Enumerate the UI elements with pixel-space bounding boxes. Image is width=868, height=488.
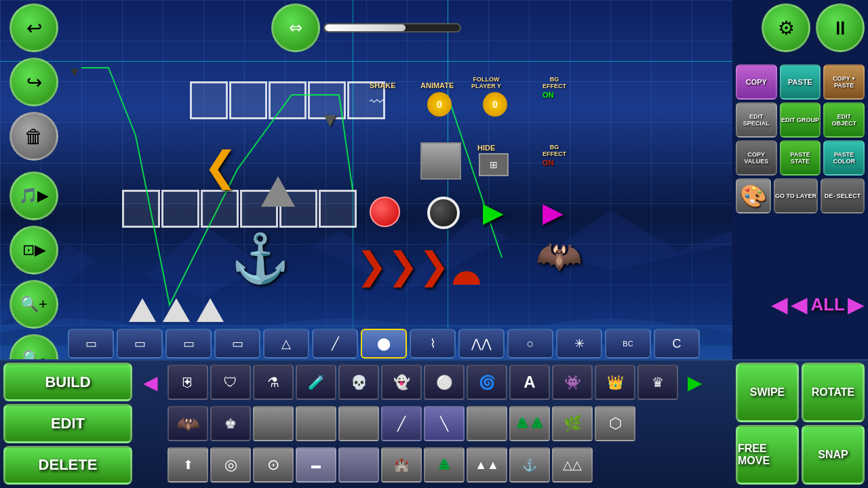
- obj-bar2[interactable]: [338, 447, 379, 483]
- obj-bar1[interactable]: ▬: [296, 447, 336, 483]
- shake-label: SHAKE: [370, 81, 396, 89]
- obj-gray4[interactable]: [467, 406, 507, 441]
- edit-group-button[interactable]: EDIT GROUP: [780, 102, 821, 138]
- obj-skull[interactable]: 💀: [338, 365, 379, 400]
- obj-plant[interactable]: 🌿: [552, 406, 593, 441]
- filter-tab-wave[interactable]: ⌇: [410, 329, 456, 359]
- copy-values-button[interactable]: COPY VALUES: [736, 140, 777, 176]
- copy-paste-button[interactable]: COPY + PASTE: [823, 64, 865, 100]
- obj-spike2[interactable]: ▲▲: [467, 447, 507, 483]
- obj-ghost[interactable]: 👻: [381, 365, 422, 400]
- obj-swirl[interactable]: 🌀: [467, 365, 507, 400]
- snap-button[interactable]: SNAP: [802, 425, 865, 485]
- spike-1: [129, 298, 156, 322]
- rotate-button[interactable]: ROTATE: [802, 363, 865, 422]
- filter-tab-star[interactable]: ✳: [556, 329, 602, 359]
- music-icon: 🎵▶: [19, 187, 49, 205]
- music-button[interactable]: 🎵▶: [9, 171, 58, 220]
- down-arrow-top2: ▼: [68, 64, 81, 80]
- edit-object-button[interactable]: EDIT OBJECT: [823, 102, 865, 138]
- filter-tab-circle[interactable]: ⬤: [361, 329, 407, 359]
- filter-tab-rect4[interactable]: ▭: [214, 329, 260, 359]
- settings-button[interactable]: ⚙: [762, 3, 810, 52]
- bg-effect-label: BGEFFECT: [542, 76, 566, 89]
- flip-button[interactable]: ⇔: [271, 3, 320, 52]
- obj-bat[interactable]: 🦇: [167, 406, 208, 441]
- layer-right-arrow[interactable]: ▶: [848, 291, 865, 317]
- swipe-button[interactable]: SWIPE: [736, 363, 799, 422]
- grid-next-arrow[interactable]: ▶: [680, 365, 710, 400]
- filter-tab-rect1[interactable]: ▭: [68, 329, 114, 359]
- delete-button[interactable]: 🗑: [9, 112, 58, 161]
- paste-color-button[interactable]: PASTE COLOR: [823, 140, 865, 176]
- layer-left-arrow[interactable]: ◀: [771, 291, 788, 317]
- obj-castle1[interactable]: 🏰: [381, 447, 422, 483]
- obj-anchor[interactable]: ⚓: [509, 447, 550, 483]
- obj-crown2[interactable]: ♛: [637, 365, 678, 400]
- obj-flask1[interactable]: ⚗: [253, 365, 294, 400]
- obj-tri2[interactable]: △△: [552, 447, 593, 483]
- dark-orb: [427, 197, 460, 229]
- obj-circle[interactable]: ⚪: [424, 365, 465, 400]
- edit-button[interactable]: EDIT: [3, 404, 132, 443]
- pause-button[interactable]: ⏸: [816, 3, 865, 52]
- obj-monster1[interactable]: 👾: [552, 365, 593, 400]
- obj-gray3[interactable]: [338, 406, 379, 441]
- obj-gray1[interactable]: [253, 406, 294, 441]
- obj-trees[interactable]: 🌲🌲: [509, 406, 550, 441]
- bottom-toolbar: ▭ ▭ ▭ ▭ △ ╱ ⬤ ⌇ ⋀⋀ ○ ✳ BC C BUILD EDIT D…: [0, 359, 868, 488]
- obj-tree1[interactable]: 🌲: [424, 447, 465, 483]
- build-button[interactable]: BUILD: [3, 363, 132, 401]
- filter-tab-circle2[interactable]: ○: [507, 329, 553, 359]
- redo-button[interactable]: ↪: [9, 58, 58, 106]
- obj-diagonal1[interactable]: ╱: [381, 406, 422, 441]
- paste-button[interactable]: PASTE: [780, 64, 821, 100]
- obj-diagonal2[interactable]: ╲: [424, 406, 465, 441]
- color-mixer-button[interactable]: 🎨: [736, 178, 771, 214]
- guide-line-horizontal-1: [0, 61, 732, 62]
- progress-bar: [323, 23, 461, 33]
- object-row-1: ◀ ⛨ 🛡 ⚗ 🧪 💀 👻 ⚪ 🌀 A 👾 👑 ♛ ▶: [136, 363, 715, 402]
- hide-icon: ⊞: [479, 153, 509, 176]
- grid-prev-arrow[interactable]: ◀: [136, 365, 165, 400]
- delete-mode-button[interactable]: DELETE: [3, 446, 132, 485]
- copy-button[interactable]: COPY: [736, 64, 777, 100]
- bat-creature: 🦇: [536, 234, 583, 278]
- layer-left-arrow-2[interactable]: ◀: [791, 291, 808, 317]
- filter-tab-spikes[interactable]: ⋀⋀: [458, 329, 505, 359]
- filter-tab-tri[interactable]: △: [263, 329, 309, 359]
- deselect-button[interactable]: DE- SELECT: [821, 178, 865, 214]
- filter-tab-bc[interactable]: BC: [605, 329, 651, 359]
- obj-shield1[interactable]: ⛨: [167, 365, 208, 400]
- edit-special-button[interactable]: EDIT SPECIAL: [736, 102, 777, 138]
- free-move-button[interactable]: FREE MOVE: [736, 425, 799, 485]
- object-grid: ◀ ⛨ 🛡 ⚗ 🧪 💀 👻 ⚪ 🌀 A 👾 👑 ♛ ▶ 🦇 ♚ ╱ ╲: [136, 359, 719, 488]
- filter-tab-rect3[interactable]: ▭: [165, 329, 212, 359]
- action-row-1: SWIPE ROTATE: [736, 363, 865, 422]
- obj-ring[interactable]: ◎: [210, 447, 251, 483]
- undo-button[interactable]: ↩: [9, 3, 58, 52]
- obj-spike-r1[interactable]: ⬆: [167, 447, 208, 483]
- action-row-2: FREE MOVE SNAP: [736, 425, 865, 485]
- obj-crown1[interactable]: 👑: [595, 365, 635, 400]
- obj-crown3[interactable]: ♚: [210, 406, 251, 441]
- obj-dot[interactable]: ⊙: [253, 447, 294, 483]
- go-to-layer-button[interactable]: GO TO LAYER: [774, 178, 818, 214]
- obj-flask2[interactable]: 🧪: [296, 365, 336, 400]
- object-row-2: 🦇 ♚ ╱ ╲ 🌲🌲 🌿 ⬡: [136, 404, 715, 443]
- obj-spire[interactable]: ⬡: [595, 406, 635, 441]
- filter-tab-c[interactable]: C: [654, 329, 700, 359]
- obj-gray2[interactable]: [296, 406, 336, 441]
- obj-a[interactable]: A: [509, 365, 550, 400]
- filter-tab-diag[interactable]: ╱: [312, 329, 358, 359]
- zoom-in-button[interactable]: 🔍+: [9, 280, 58, 329]
- bg-effect2-label: BGEFFECT: [542, 144, 566, 157]
- follow-player-y-label: FOLLOWPLAYER Y: [471, 76, 501, 89]
- right-row-3: COPY VALUES PASTE STATE PASTE COLOR: [736, 140, 865, 176]
- filter-tab-rect2[interactable]: ▭: [117, 329, 163, 359]
- record-button[interactable]: ⊡▶: [9, 226, 58, 274]
- obj-shield2[interactable]: 🛡: [210, 365, 251, 400]
- paste-state-button[interactable]: PASTE STATE: [780, 140, 821, 176]
- right-row-1: COPY PASTE COPY + PASTE: [736, 64, 865, 100]
- zoom-in-icon: 🔍+: [20, 296, 47, 313]
